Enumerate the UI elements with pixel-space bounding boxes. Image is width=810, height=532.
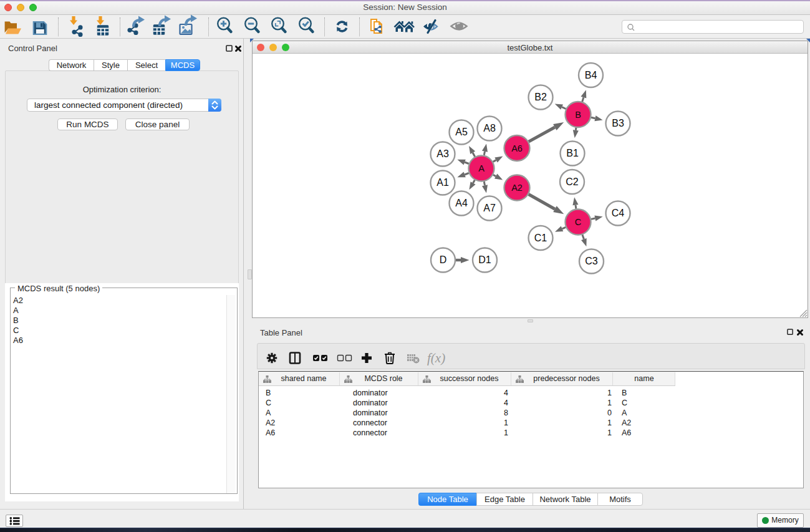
svg-text:f(x): f(x)	[427, 351, 445, 365]
